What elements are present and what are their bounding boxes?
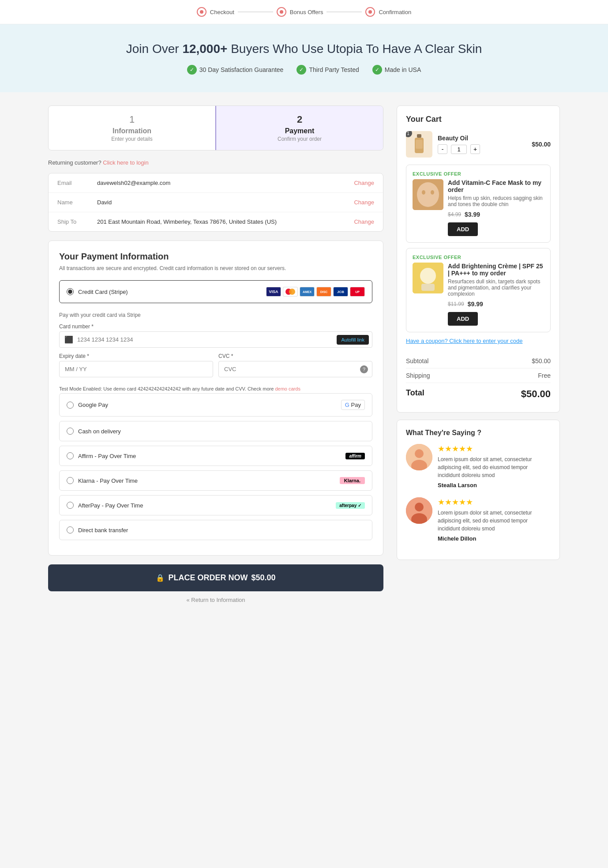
offer-add-btn-2[interactable]: ADD [448, 312, 478, 326]
cvc-input[interactable] [218, 361, 372, 377]
total-label: Total [406, 388, 424, 400]
badge-third-party: ✓ Third Party Tested [296, 65, 359, 75]
qty-input[interactable] [451, 145, 467, 154]
amex-icon: AMEX [300, 287, 315, 297]
svg-rect-14 [421, 284, 435, 291]
svg-point-16 [415, 449, 424, 458]
hero-section: Join Over 12,000+ Buyers Who Use Utopia … [0, 24, 608, 92]
place-order-amount: $50.00 [251, 573, 275, 582]
nav-step-line-2 [327, 11, 362, 12]
payment-radio-gpay[interactable] [67, 402, 74, 409]
nav-step-bonus[interactable]: Bonus Offers [277, 7, 323, 17]
name-value: David [97, 199, 345, 206]
cart-title: Your Cart [406, 115, 551, 124]
login-notice: Returning customer? Click here to login [48, 159, 383, 166]
qty-control: - + [438, 144, 526, 154]
qty-increase-btn[interactable]: + [470, 144, 480, 154]
offer-new-price-2: $9.99 [468, 301, 483, 308]
ship-change-btn[interactable]: Change [354, 218, 374, 225]
place-order-label: PLACE ORDER NOW [168, 573, 248, 582]
payment-section: Your Payment Information All transaction… [48, 240, 383, 556]
stripe-form: Pay with your credit card via Stripe Car… [59, 308, 372, 393]
discover-icon: DISC [316, 287, 331, 297]
payment-title: Your Payment Information [59, 252, 372, 262]
payment-label-bank: Direct bank transfer [78, 527, 365, 534]
payment-option-cc[interactable]: Credit Card (Stripe) VISA AMEX DISC JCB … [59, 280, 372, 303]
shipping-row: Shipping Free [406, 368, 551, 383]
autofill-button[interactable]: Autofill link [337, 335, 369, 345]
stripe-note: Pay with your credit card via Stripe [59, 312, 372, 318]
card-input-wrap: ⬛ Autofill link [59, 331, 372, 348]
login-link[interactable]: Click here to login [103, 159, 148, 166]
autofill-label: Autofill [341, 337, 356, 342]
klarna-logo: Klarna. [340, 477, 365, 484]
visa-icon: VISA [266, 287, 281, 297]
brightening-svg [413, 263, 443, 293]
name-label: Name [57, 199, 88, 206]
offer-add-btn-1[interactable]: ADD [448, 222, 478, 236]
return-link-text[interactable]: « Return to Information [187, 597, 245, 603]
card-icons: VISA AMEX DISC JCB UP [266, 287, 365, 297]
nav-step-label-3: Confirmation [379, 9, 411, 15]
place-order-button[interactable]: 🔒 PLACE ORDER NOW $50.00 [48, 564, 383, 591]
payment-option-cod[interactable]: Cash on delivery [59, 421, 372, 441]
avatar-svg-2 [406, 497, 432, 524]
offer-content-2: Add Brightening Crème | SPF 25 | PA+++ t… [413, 263, 544, 326]
cart-item-price: $50.00 [532, 141, 551, 148]
expiry-group: Expiry date * [59, 353, 213, 377]
step-num-2: 2 [224, 114, 375, 125]
payment-radio-affirm[interactable] [67, 452, 74, 459]
test-mode-note: Test Mode Enabled: Use demo card 4242424… [59, 386, 372, 391]
payment-radio-afterpay[interactable] [67, 502, 74, 509]
step-num-1: 1 [56, 114, 207, 125]
payment-radio-bank[interactable] [67, 526, 74, 534]
expiry-label: Expiry date * [59, 353, 213, 359]
avatar-2 [406, 497, 432, 524]
offer-image-2 [413, 263, 443, 293]
hero-title-before: Join Over [126, 42, 183, 56]
svg-point-13 [420, 268, 436, 284]
payment-radio-klarna[interactable] [67, 477, 74, 484]
payment-option-afterpay[interactable]: AfterPay - Pay Over Time afterpay ✓ [59, 495, 372, 515]
svg-point-1 [280, 10, 283, 14]
subtotal-value: $50.00 [532, 357, 551, 364]
name-change-btn[interactable]: Change [354, 199, 374, 206]
cvc-help-icon[interactable]: ? [360, 365, 368, 373]
affirm-logo: affirm [345, 453, 365, 459]
payment-label-cod: Cash on delivery [78, 428, 365, 435]
payment-option-affirm[interactable]: Affirm - Pay Over Time affirm [59, 446, 372, 466]
offer-label-2: Exclusive Offer [413, 255, 544, 260]
svg-point-11 [431, 190, 434, 195]
demo-cards-link[interactable]: demo cards [275, 386, 300, 391]
badge-satisfaction: ✓ 30 Day Satisfaction Guarantee [187, 65, 284, 75]
qty-decrease-btn[interactable]: - [438, 144, 447, 154]
payment-radio-cod[interactable] [67, 428, 74, 435]
nav-step-confirmation[interactable]: Confirmation [365, 7, 411, 17]
card-number-input[interactable] [59, 331, 372, 348]
coupon-link[interactable]: Have a coupon? Click here to enter your … [406, 338, 551, 344]
expiry-input[interactable] [59, 361, 213, 377]
email-change-btn[interactable]: Change [354, 180, 374, 186]
payment-option-gpay[interactable]: Google Pay G Pay [59, 393, 372, 417]
email-label: Email [57, 180, 88, 186]
cart-card: Your Cart 1 Beauty Oil - + [397, 105, 560, 413]
mask-svg [413, 179, 443, 210]
payment-desc: All transactions are secure and encrypte… [59, 265, 372, 271]
main-container: 1 Information Enter your details 2 Payme… [39, 92, 569, 616]
nav-step-checkout[interactable]: Checkout [197, 7, 234, 17]
autofill-link-label: link [357, 337, 364, 342]
offer-title-1: Add Vitamin-C Face Mask to my order [448, 179, 544, 193]
payment-option-klarna[interactable]: Klarna - Pay Over Time Klarna. [59, 470, 372, 491]
top-navigation: Checkout Bonus Offers Confirmation [0, 0, 608, 24]
payment-label-gpay: Google Pay [78, 402, 337, 408]
name-row: Name David Change [49, 193, 383, 212]
offer-content-1: Add Vitamin-C Face Mask to my order Help… [413, 179, 544, 236]
payment-label-affirm: Affirm - Pay Over Time [78, 453, 341, 459]
payment-radio-cc[interactable] [67, 288, 74, 295]
step-sub-2: Confirm your order [224, 136, 375, 142]
lock-icon: 🔒 [156, 574, 165, 582]
svg-point-19 [415, 503, 424, 511]
nav-step-circle-3 [365, 7, 375, 17]
return-link[interactable]: « Return to Information [48, 597, 383, 603]
payment-option-bank[interactable]: Direct bank transfer [59, 520, 372, 540]
